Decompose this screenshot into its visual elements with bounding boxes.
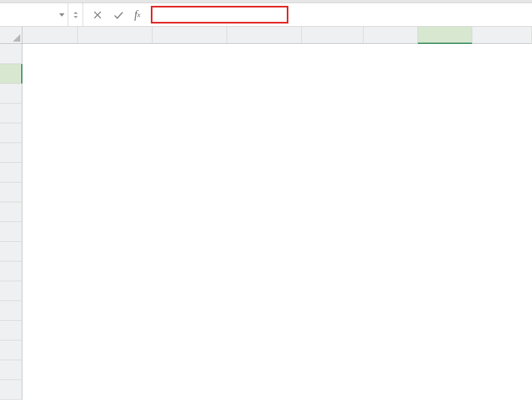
row-header-12[interactable] (0, 262, 22, 281)
col-header-H[interactable] (472, 27, 532, 44)
col-header-C[interactable] (152, 27, 227, 44)
formula-input-area[interactable] (150, 3, 532, 26)
col-header-F[interactable] (364, 27, 418, 44)
col-header-G[interactable] (418, 27, 472, 44)
row-header-10[interactable] (0, 222, 22, 242)
cell-grid[interactable] (22, 44, 532, 404)
column-headers (22, 27, 532, 44)
row-header-4[interactable] (0, 104, 22, 123)
enter-icon[interactable] (113, 10, 124, 20)
col-header-A[interactable] (22, 27, 78, 44)
select-all-corner[interactable] (0, 27, 22, 44)
row-header-5[interactable] (0, 123, 22, 143)
row-header-16[interactable] (0, 340, 22, 360)
row-headers (0, 44, 22, 404)
col-header-D[interactable] (227, 27, 302, 44)
expand-formula-button[interactable] (68, 3, 83, 26)
name-box[interactable] (0, 3, 68, 26)
row-header-14[interactable] (0, 301, 22, 321)
formula-bar-buttons: fx (83, 3, 150, 26)
row-header-3[interactable] (0, 84, 22, 104)
row-header-7[interactable] (0, 163, 22, 183)
row-header-11[interactable] (0, 242, 22, 262)
row-header-2[interactable] (0, 64, 22, 84)
cancel-icon[interactable] (93, 10, 102, 20)
fx-icon[interactable]: fx (134, 9, 140, 21)
col-header-B[interactable] (78, 27, 152, 44)
excel-window: fx (0, 0, 532, 404)
chevron-down-icon[interactable] (59, 13, 65, 17)
row-header-18[interactable] (0, 380, 22, 400)
formula-annotation-box (151, 6, 288, 23)
worksheet (0, 27, 532, 404)
expand-icon (72, 12, 79, 18)
row-header-15[interactable] (0, 321, 22, 340)
row-header-17[interactable] (0, 360, 22, 380)
row-header-8[interactable] (0, 183, 22, 202)
row-header-1[interactable] (0, 44, 22, 64)
col-header-E[interactable] (302, 27, 364, 44)
formula-bar: fx (0, 3, 532, 27)
row-header-6[interactable] (0, 143, 22, 163)
row-header-13[interactable] (0, 281, 22, 301)
row-header-9[interactable] (0, 202, 22, 222)
column-header-row (0, 27, 532, 44)
